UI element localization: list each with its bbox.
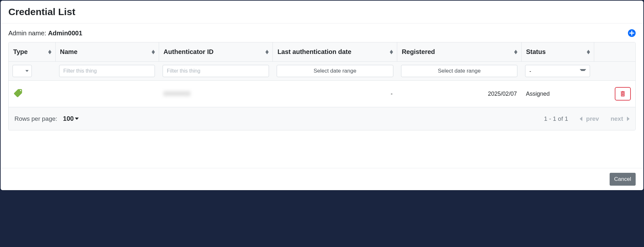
header-name[interactable]: Name	[55, 42, 159, 62]
sort-icon[interactable]	[587, 50, 590, 54]
modal-body: Admin name: Admin0001 Type	[1, 23, 643, 168]
cell-status: Assigned	[521, 81, 594, 107]
svg-rect-3	[623, 93, 623, 95]
admin-name-prefix: Admin name:	[8, 30, 48, 37]
chevron-left-icon	[580, 117, 583, 121]
prev-page-button[interactable]: prev	[580, 115, 599, 122]
footer-right: 1 - 1 of 1 prev next	[544, 115, 630, 122]
header-auth-label: Authenticator ID	[164, 48, 214, 55]
sort-icon[interactable]	[265, 50, 269, 54]
rows-per-page-value: 100	[63, 115, 74, 122]
next-label: next	[611, 115, 623, 122]
header-type[interactable]: Type	[9, 42, 55, 62]
add-credential-button[interactable]	[628, 29, 636, 37]
cell-registered: 2025/02/07	[397, 81, 522, 107]
sort-icon[interactable]	[514, 50, 517, 54]
modal-title: Credential List	[8, 6, 636, 17]
modal-header: Credential List	[1, 1, 643, 23]
header-last-auth-date[interactable]: Last authentication date	[273, 42, 397, 62]
filter-type-select[interactable]	[13, 65, 32, 77]
cell-authenticator-id: XXXXXXX	[159, 81, 273, 107]
modal-footer: Cancel	[1, 168, 643, 190]
credential-list-modal: Credential List Admin name: Admin0001	[1, 1, 643, 190]
sort-icon[interactable]	[152, 50, 155, 54]
admin-name-label: Admin name: Admin0001	[8, 30, 82, 37]
sort-icon[interactable]	[390, 50, 393, 54]
header-actions	[594, 42, 635, 62]
delete-credential-button[interactable]	[615, 87, 631, 101]
table-footer: Rows per page: 100 1 - 1 of 1 prev next	[9, 107, 635, 130]
admin-name-value: Admin0001	[48, 30, 82, 37]
header-registered-label: Registered	[402, 48, 435, 55]
table-filter-row: Select date range Select date range -	[9, 62, 635, 81]
admin-row: Admin name: Admin0001	[8, 29, 636, 37]
tag-icon	[13, 88, 23, 100]
credentials-table: Type Name	[9, 42, 635, 107]
svg-rect-1	[622, 93, 622, 95]
cell-name	[55, 81, 159, 107]
trash-icon	[619, 90, 626, 97]
header-status[interactable]: Status	[521, 42, 594, 62]
sort-icon[interactable]	[48, 50, 51, 54]
header-name-label: Name	[60, 48, 77, 55]
credentials-table-wrapper: Type Name	[8, 42, 636, 130]
header-last-auth-label: Last authentication date	[277, 48, 351, 55]
prev-label: prev	[586, 115, 599, 122]
chevron-right-icon	[626, 117, 630, 121]
header-type-label: Type	[13, 48, 28, 55]
page-info: 1 - 1 of 1	[544, 115, 568, 122]
header-authenticator-id[interactable]: Authenticator ID	[159, 42, 273, 62]
cancel-button[interactable]: Cancel	[610, 173, 636, 186]
filter-status-select[interactable]: -	[525, 65, 590, 77]
table-header-row: Type Name	[9, 42, 635, 62]
filter-name-input[interactable]	[59, 65, 155, 77]
table-row: XXXXXXX - 2025/02/07 Assigned	[9, 81, 635, 107]
filter-authenticator-id-input[interactable]	[163, 65, 269, 77]
svg-rect-2	[622, 93, 623, 95]
rows-per-page-select[interactable]: 100	[63, 115, 79, 122]
cell-last-auth-date: -	[273, 81, 397, 107]
header-status-label: Status	[526, 48, 546, 55]
next-page-button[interactable]: next	[611, 115, 630, 122]
rows-per-page-label: Rows per page:	[14, 115, 57, 122]
authenticator-id-value: XXXXXXX	[163, 91, 190, 97]
header-registered[interactable]: Registered	[397, 42, 522, 62]
filter-registered-date-button[interactable]: Select date range	[401, 65, 518, 77]
filter-last-auth-date-button[interactable]: Select date range	[277, 65, 393, 77]
footer-left: Rows per page: 100	[14, 115, 79, 122]
plus-circle-icon	[628, 29, 636, 37]
